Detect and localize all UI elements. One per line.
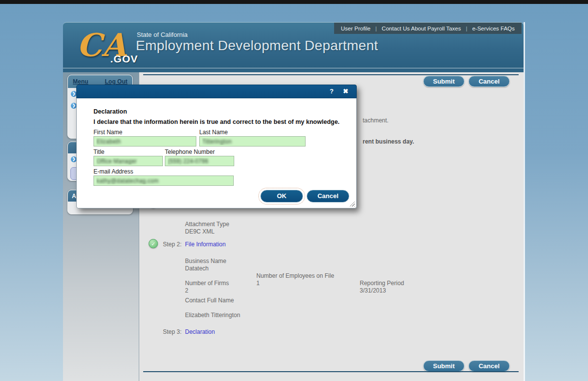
reporting-period-label: Reporting Period (360, 280, 404, 287)
attachment-type-field: Attachment Type DE9C XML (185, 221, 229, 235)
sidebar-panel-3-label: A (72, 193, 76, 200)
resize-handle[interactable] (348, 200, 355, 206)
email-input[interactable] (93, 176, 234, 186)
employees-on-file-value: 1 (256, 280, 334, 287)
step2-label: Step 2: (163, 241, 182, 248)
gov-logo-text: .GOV (110, 53, 138, 65)
declaration-statement: I declare that the information herein is… (93, 118, 340, 125)
attachment-type-label: Attachment Type (185, 221, 229, 228)
attachment-type-value: DE9C XML (185, 228, 229, 235)
dialog-cancel-button[interactable]: Cancel (307, 190, 349, 203)
business-name-field: Business Name Datatech (185, 258, 226, 272)
first-name-input[interactable] (93, 136, 196, 147)
title-label: Title (93, 148, 104, 155)
user-profile-link[interactable]: User Profile (341, 26, 371, 31)
business-name-label: Business Name (185, 258, 226, 265)
file-information-link[interactable]: File Information (185, 241, 226, 248)
declaration-dialog: ? ✖ Declaration I declare that the infor… (76, 85, 357, 208)
first-name-label: First Name (93, 129, 123, 136)
number-of-firms-value: 2 (185, 287, 229, 294)
logout-link[interactable]: Log Out (105, 78, 127, 85)
number-of-firms-label: Number of Firms (185, 280, 229, 287)
last-name-input[interactable] (199, 136, 306, 147)
contact-us-link[interactable]: Contact Us About Payroll Taxes (382, 26, 461, 31)
contact-full-name-label: Contact Full Name (185, 297, 240, 304)
reporting-period-field: Reporting Period 3/31/2013 (360, 280, 404, 294)
last-name-label: Last Name (199, 129, 228, 136)
link-separator: | (375, 26, 377, 31)
cancel-button[interactable]: Cancel (468, 76, 510, 87)
employees-on-file-label: Number of Employees on File (256, 272, 334, 280)
top-divider (143, 74, 519, 75)
telephone-input[interactable] (165, 156, 234, 166)
title-input[interactable] (93, 156, 163, 166)
department-title: Employment Development Department (136, 38, 378, 54)
step2-complete-icon: ✓ (149, 239, 158, 248)
menu-link[interactable]: Menu (73, 78, 88, 85)
browser-top-strip (0, 0, 588, 4)
submit-button-bottom[interactable]: Submit (423, 360, 464, 372)
state-of-california-text: State of California (137, 31, 187, 38)
email-label: E-mail Address (93, 168, 133, 175)
step3-label: Step 3: (163, 328, 182, 335)
close-icon[interactable]: ✖ (343, 88, 348, 95)
eservices-faqs-link[interactable]: e-Services FAQs (472, 26, 515, 31)
bottom-divider (143, 371, 519, 372)
link-separator: | (466, 26, 467, 31)
telephone-label: Telephone Number (165, 148, 215, 155)
contact-full-name-field: Contact Full Name Elizabeth Titterington (185, 297, 240, 319)
instruction-bold-fragment: rent business day. (363, 138, 414, 145)
reporting-period-value: 3/31/2013 (360, 287, 404, 294)
ok-button[interactable]: OK (260, 190, 303, 203)
number-of-firms-field: Number of Firms 2 (185, 280, 229, 294)
help-icon[interactable]: ? (330, 88, 334, 95)
declaration-link[interactable]: Declaration (185, 328, 215, 335)
bottom-action-buttons: Submit Cancel (423, 360, 510, 372)
top-action-buttons: Submit Cancel (423, 76, 510, 87)
employees-on-file-field: Number of Employees on File 1 (256, 272, 334, 287)
dialog-title-bar[interactable]: ? ✖ (76, 85, 357, 98)
contact-full-name-value: Elizabeth Titterington (185, 312, 240, 319)
submit-button[interactable]: Submit (423, 76, 464, 87)
business-name-value: Datatech (185, 265, 226, 272)
header-links: User Profile | Contact Us About Payroll … (334, 23, 522, 34)
instruction-text-fragment: tachment. (363, 117, 389, 124)
cancel-button-bottom[interactable]: Cancel (468, 360, 510, 372)
header-banner: User Profile | Contact Us About Payroll … (63, 22, 524, 69)
declaration-heading: Declaration (93, 108, 127, 115)
banner-bottom-strip (63, 68, 524, 72)
